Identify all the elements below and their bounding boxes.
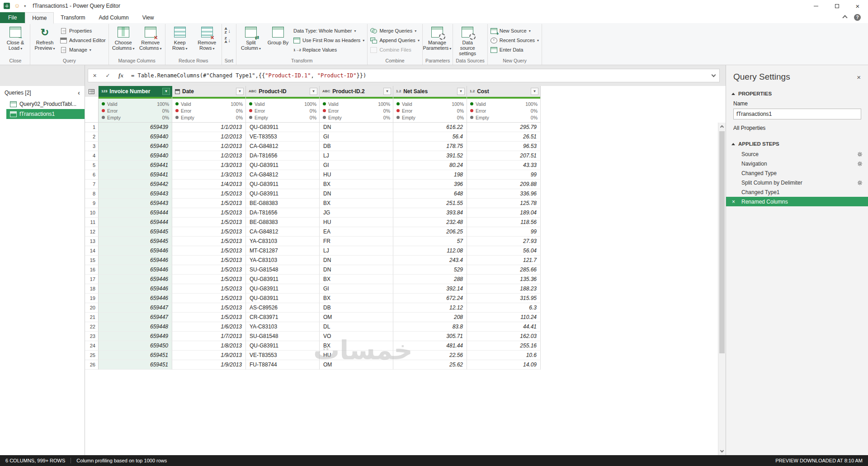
formula-confirm-icon[interactable]: ✓ [101,72,114,79]
cell[interactable]: CA-G84812 [246,170,320,180]
cell[interactable]: 1/5/2013 [172,265,246,275]
cell[interactable]: 336.96 [467,189,541,199]
use-first-row-as-headers-button[interactable]: Use First Row as Headers▾ [293,37,364,44]
cell[interactable]: FR [320,237,393,246]
cell[interactable]: 1/5/2013 [172,189,246,199]
properties-button[interactable]: Properties [60,27,106,34]
select-all-button[interactable] [85,86,99,97]
step-settings-gear-icon[interactable] [857,180,863,185]
cell[interactable]: QU-G83911 [246,275,320,284]
remove-rows-button[interactable]: Remove Rows▾ [194,24,220,57]
cell[interactable]: 1/5/2013 [172,199,246,208]
cell[interactable]: 1/5/2013 [172,218,246,227]
recent-sources-button[interactable]: Recent Sources▾ [491,37,539,44]
minimize-button[interactable] [806,0,826,12]
column-header-net-sales[interactable]: 1.2Net Sales▾ [393,86,467,97]
cell[interactable]: 393.84 [393,208,467,218]
filter-dropdown-icon[interactable]: ▾ [383,88,391,95]
cell[interactable]: 659447 [99,303,172,313]
properties-section-header[interactable]: PROPERTIES [726,86,868,99]
cell[interactable]: 1/7/2013 [172,332,246,341]
cell[interactable]: 529 [393,265,467,275]
append-queries-button[interactable]: Append Queries▾ [370,37,420,44]
cell[interactable]: DB [320,303,393,313]
row-number[interactable]: 1 [85,123,99,132]
maximize-button[interactable] [826,0,847,12]
cell[interactable]: 1/2/2013 [172,142,246,151]
cell[interactable]: 178.75 [393,142,467,151]
cell[interactable]: 1/3/2013 [172,161,246,170]
cell[interactable]: 1/3/2013 [172,170,246,180]
cell[interactable]: 1/9/2013 [172,360,246,370]
row-number[interactable]: 18 [85,284,99,294]
cell[interactable]: JG [320,208,393,218]
cell[interactable]: 162.03 [467,332,541,341]
cell[interactable]: 1/5/2013 [172,237,246,246]
formula-fx-icon[interactable]: fx [114,72,127,79]
tab-file[interactable]: File [0,12,25,23]
cell[interactable]: 1/5/2013 [172,313,246,322]
cell[interactable]: 27.93 [467,237,541,246]
cell[interactable]: 659447 [99,313,172,322]
applied-step-renamed-columns[interactable]: ×Renamed Columns [726,197,868,206]
cell[interactable]: DA-T81656 [246,151,320,161]
tab-add-column[interactable]: Add Column [92,12,136,23]
row-number[interactable]: 21 [85,313,99,322]
filter-dropdown-icon[interactable]: ▾ [457,88,465,95]
cell[interactable]: 659446 [99,256,172,265]
cell[interactable]: BX [320,180,393,189]
filter-dropdown-icon[interactable]: ▾ [162,88,170,95]
scrollbar-thumb[interactable] [719,131,725,353]
cell[interactable]: QU-G83911 [246,294,320,303]
row-number[interactable]: 6 [85,170,99,180]
cell[interactable]: 121.7 [467,256,541,265]
help-icon[interactable]: ? [854,14,861,21]
cell[interactable]: 243.4 [393,256,467,265]
cell[interactable]: DN [320,123,393,132]
cell[interactable]: 6.3 [467,303,541,313]
cell[interactable]: 1/5/2013 [172,284,246,294]
cell[interactable]: DN [320,265,393,275]
cell[interactable]: 1/5/2013 [172,275,246,284]
remove-columns-button[interactable]: Remove Columns▾ [137,24,164,57]
cell[interactable]: FU-T88744 [246,360,320,370]
merge-queries-button[interactable]: Merge Queries▾ [370,27,420,34]
advanced-editor-button[interactable]: Advanced Editor [60,37,106,44]
cell[interactable]: 206.25 [393,227,467,237]
column-header-cost[interactable]: 1.2Cost▾ [467,86,541,97]
cell[interactable]: DL [320,322,393,332]
row-number[interactable]: 8 [85,189,99,199]
quick-access-caret-icon[interactable]: ▾ [24,4,26,8]
cell[interactable]: 56.4 [393,132,467,142]
cell[interactable]: 232.48 [393,218,467,227]
cell[interactable]: 251.55 [393,199,467,208]
applied-step-split-column-by-delimiter[interactable]: Split Column by Delimiter [726,178,868,187]
tab-view[interactable]: View [136,12,161,23]
cell[interactable]: 659451 [99,351,172,360]
cell[interactable]: 659441 [99,170,172,180]
cell[interactable]: 1/4/2013 [172,180,246,189]
cell[interactable]: 391.52 [393,151,467,161]
row-number[interactable]: 5 [85,161,99,170]
feedback-smiley-icon[interactable]: ☺ [14,3,20,9]
cell[interactable]: GI [320,132,393,142]
formula-input[interactable]: = Table.RenameColumns(#"Changed Type1",{… [127,72,708,79]
cell[interactable]: 659446 [99,294,172,303]
cell[interactable]: SU-G81548 [246,332,320,341]
cell[interactable]: GI [320,161,393,170]
row-number[interactable]: 26 [85,360,99,370]
cell[interactable]: 659445 [99,227,172,237]
row-number[interactable]: 10 [85,208,99,218]
cell[interactable]: 110.24 [467,313,541,322]
profiling-status-button[interactable]: Column profiling based on top 1000 rows [76,458,167,463]
close-settings-icon[interactable]: × [857,73,861,81]
row-number[interactable]: 7 [85,180,99,189]
query-item-ftransactions1[interactable]: fTransactions1 [6,109,85,119]
row-number[interactable]: 13 [85,237,99,246]
tab-home[interactable]: Home [25,12,54,24]
choose-columns-button[interactable]: Choose Columns▾ [110,24,137,57]
row-number[interactable]: 19 [85,294,99,303]
cell[interactable]: 1/5/2013 [172,303,246,313]
keep-rows-button[interactable]: Keep Rows▾ [167,24,193,57]
applied-step-changed-type1[interactable]: Changed Type1 [726,187,868,197]
